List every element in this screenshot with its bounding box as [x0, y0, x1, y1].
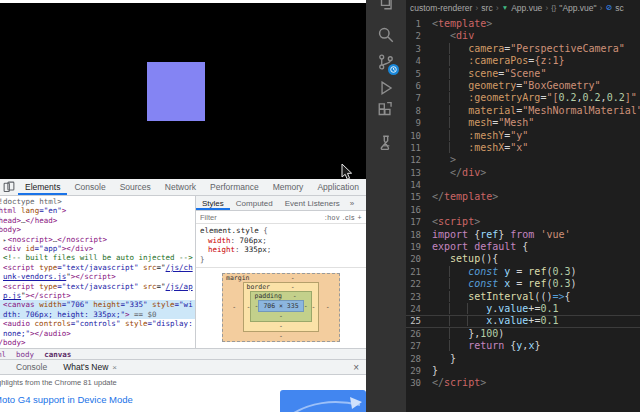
- code-line[interactable]: 6 geometry="BoxGeometry": [406, 80, 640, 92]
- code-line[interactable]: 4 :cameraPos={z:1}: [406, 55, 640, 67]
- code-line[interactable]: 11 :meshX="x": [406, 142, 640, 154]
- code-line[interactable]: 16: [406, 204, 640, 216]
- css-property[interactable]: width: 706px;: [200, 236, 362, 246]
- code-line[interactable]: 26 },100): [406, 328, 640, 340]
- source-control-badge-clock-icon: [388, 64, 399, 75]
- code-line[interactable]: 12 >: [406, 154, 640, 166]
- code-line[interactable]: 3 camera="PerspectiveCamera": [406, 43, 640, 55]
- styles-pane: StylesComputedEvent Listeners» :hov .cls…: [196, 196, 366, 348]
- devtools-tabs: ElementsConsoleSourcesNetworkPerformance…: [18, 179, 366, 195]
- drawer-close-icon[interactable]: ×: [353, 362, 366, 373]
- code-line[interactable]: 10 :meshY="y": [406, 130, 640, 142]
- code-line[interactable]: 24 y.value+=0.1: [406, 303, 640, 315]
- beaker-icon[interactable]: [377, 134, 395, 152]
- styles-tab-event-listeners[interactable]: Event Listeners: [279, 196, 346, 210]
- element-style-rule[interactable]: element.style { width: 706px;height: 335…: [196, 224, 366, 268]
- code-line[interactable]: 27 return {y,x}: [406, 340, 640, 352]
- dom-tree-row[interactable]: <audio controls="controls" style="displa…: [0, 319, 195, 338]
- device-toolbar-icon[interactable]: [0, 181, 18, 193]
- devtools-tab-console[interactable]: Console: [67, 179, 112, 195]
- tab-close-icon[interactable]: ×: [112, 363, 117, 372]
- breadcrumb-canvas[interactable]: canvas: [44, 350, 71, 359]
- breadcrumb-item[interactable]: "App.vue": [559, 3, 596, 13]
- devtools-panel: ElementsConsoleSourcesNetworkPerformance…: [0, 179, 366, 412]
- threejs-box-render: [147, 62, 205, 121]
- devtools-tab-memory[interactable]: Memory: [266, 179, 311, 195]
- breadcrumb-item[interactable]: src: [481, 3, 492, 13]
- styles-tab-styles[interactable]: Styles: [196, 196, 230, 210]
- styles-state-toggles[interactable]: :hov .cls +: [325, 214, 362, 221]
- styles-pane-tabs: StylesComputedEvent Listeners»: [196, 196, 366, 211]
- dom-tree-row[interactable]: <script type="text/javascript" src="/js/…: [0, 282, 195, 301]
- code-line[interactable]: 8 material="MeshNormalMaterial": [406, 105, 640, 117]
- code-line[interactable]: 19export default {: [406, 241, 640, 253]
- box-model-margin[interactable]: margin- - border- - padding- - 706 × 335: [222, 273, 340, 342]
- search-icon[interactable]: [377, 26, 395, 44]
- code-line[interactable]: 15</template>: [406, 191, 640, 203]
- code-line[interactable]: 18import {ref} from 'vue': [406, 229, 640, 241]
- code-line[interactable]: 9 mesh="Mesh": [406, 117, 640, 129]
- devtools-drawer: ConsoleWhat's New× × Highlights from the…: [0, 359, 366, 412]
- braces-icon: {}: [551, 3, 556, 12]
- explorer-icon[interactable]: [377, 0, 395, 11]
- code-line[interactable]: 23 setInterval(()=>{: [406, 291, 640, 303]
- devtools-tab-elements[interactable]: Elements: [18, 179, 67, 195]
- code-line[interactable]: 17<script>: [406, 216, 640, 228]
- vue-icon: ▼: [502, 4, 508, 11]
- drawer-tabs: ConsoleWhat's New× ×: [0, 360, 366, 375]
- code-line[interactable]: 2 <div: [406, 30, 640, 42]
- drawer-tab-console[interactable]: Console: [8, 360, 55, 374]
- dom-tree-row[interactable]: <!-- built files will be auto injected -…: [0, 253, 195, 262]
- dom-tree-row[interactable]: <script type="text/javascript" src="/js/…: [0, 263, 195, 282]
- styles-filter-input[interactable]: [200, 213, 260, 222]
- elements-tree[interactable]: <!doctype html><html lang="en"><head>…</…: [0, 196, 196, 348]
- elements-breadcrumb[interactable]: htmlbodycanvas: [0, 348, 366, 359]
- devtools-tab-performance[interactable]: Performance: [203, 179, 266, 195]
- page-viewport: [0, 3, 366, 179]
- run-debug-icon[interactable]: [377, 79, 395, 97]
- code-line[interactable]: 30</script>: [406, 377, 640, 389]
- code-line[interactable]: 1<template>: [406, 18, 640, 30]
- dom-tree-row[interactable]: </body>: [0, 338, 195, 347]
- dom-tree-row[interactable]: <head>…</head>: [0, 216, 195, 225]
- dom-tree-row[interactable]: <body>: [0, 225, 195, 234]
- dom-tree-row[interactable]: <canvas width="706" height="335" style="…: [0, 300, 195, 319]
- styles-tab-computed[interactable]: Computed: [230, 196, 279, 210]
- breadcrumb-item[interactable]: App.vue: [511, 3, 542, 13]
- drawer-tab-what-s-new[interactable]: What's New×: [55, 360, 125, 374]
- module-icon: ⊘: [606, 3, 613, 12]
- code-line[interactable]: 21 const y = ref(0.3): [406, 266, 640, 278]
- breadcrumb-html[interactable]: html: [0, 350, 6, 359]
- dom-tree-row[interactable]: <div id="app"></div>: [0, 244, 195, 253]
- box-model-padding[interactable]: padding- - 706 × 335 - -: [250, 291, 311, 322]
- code-line[interactable]: 22 const x = ref(0.3): [406, 278, 640, 290]
- code-line[interactable]: 20 setup(){: [406, 253, 640, 265]
- code-line[interactable]: 25 x.value+=0.1: [406, 315, 640, 327]
- code-line[interactable]: 14: [406, 179, 640, 191]
- code-editor[interactable]: 1<template>2 <div3 camera="PerspectiveCa…: [406, 15, 640, 412]
- code-line[interactable]: 7 :geometryArg="[0.2,0.2,0.2]": [406, 92, 640, 104]
- extensions-icon[interactable]: [377, 101, 395, 119]
- breadcrumb-item[interactable]: sc: [615, 3, 624, 13]
- browser-window: ElementsConsoleSourcesNetworkPerformance…: [0, 0, 366, 412]
- css-property[interactable]: height: 335px;: [200, 245, 362, 255]
- code-line[interactable]: 5 scene="Scene": [406, 68, 640, 80]
- dom-tree-row[interactable]: <html lang="en">: [0, 206, 195, 215]
- box-model-border[interactable]: border- - padding- - 706 × 335 - -: [243, 282, 320, 332]
- devtools-tab-network[interactable]: Network: [158, 179, 203, 195]
- dom-tree-row[interactable]: ▸<noscript>…</noscript>: [0, 235, 195, 244]
- mouse-cursor: [341, 163, 353, 179]
- code-line[interactable]: 13 </div>: [406, 167, 640, 179]
- editor-breadcrumb: custom-renderer›src›▼App.vue›{}"App.vue"…: [406, 0, 640, 15]
- devtools-tab-sources[interactable]: Sources: [113, 179, 158, 195]
- breadcrumb-item[interactable]: custom-renderer: [410, 3, 472, 13]
- screen: ElementsConsoleSourcesNetworkPerformance…: [0, 0, 640, 412]
- code-line[interactable]: 29}: [406, 365, 640, 377]
- dom-tree-row[interactable]: <!doctype html>: [0, 197, 195, 206]
- code-line[interactable]: 28 }: [406, 353, 640, 365]
- box-model-content[interactable]: 706 × 335: [258, 300, 303, 312]
- breadcrumb-body[interactable]: body: [16, 350, 34, 359]
- whats-new-heading: Highlights from the Chrome 81 update: [0, 378, 366, 387]
- whats-new-illustration: [280, 390, 366, 412]
- devtools-tab-application[interactable]: Application: [310, 179, 366, 195]
